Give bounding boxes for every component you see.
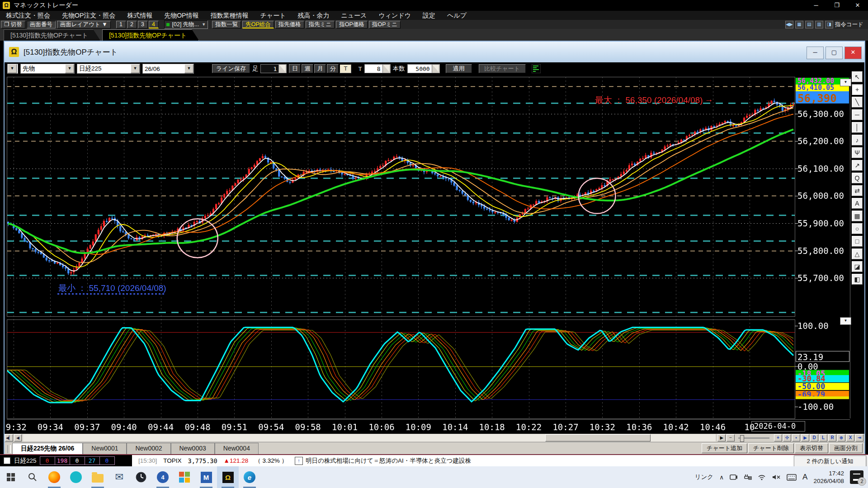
eraser-tool[interactable]: ◪ bbox=[852, 261, 863, 272]
nav-button[interactable]: R bbox=[828, 434, 836, 441]
chart-action-button[interactable]: 画面分割 bbox=[829, 443, 863, 453]
taskbar-icon-mail[interactable]: ✉ bbox=[108, 466, 130, 488]
grid-tool[interactable]: ▦ bbox=[852, 211, 863, 221]
nav-button[interactable]: ▪ bbox=[792, 434, 800, 441]
menu-item[interactable]: ウィンドウ bbox=[373, 11, 417, 20]
period-button[interactable]: 日 bbox=[289, 64, 301, 73]
hline-tool[interactable]: ─ bbox=[852, 109, 863, 120]
chart-action-button[interactable]: チャート追加 bbox=[702, 443, 747, 453]
screen-number-button[interactable]: 3 bbox=[138, 21, 148, 28]
chart-action-button[interactable]: 表示切替 bbox=[795, 443, 828, 453]
screen-number-button[interactable]: 1 bbox=[116, 21, 126, 28]
taskbar-icon-m-app[interactable]: M bbox=[195, 466, 217, 488]
price-axis-scroll-arrow[interactable]: ▼ bbox=[840, 79, 851, 86]
symbol-select[interactable]: 日経225▼ bbox=[77, 64, 140, 74]
scrollbar-thumb[interactable] bbox=[545, 434, 651, 441]
nav-button[interactable]: + bbox=[774, 434, 782, 441]
text-tool[interactable]: A bbox=[852, 198, 863, 209]
chart-close-button[interactable]: ✕ bbox=[844, 47, 862, 59]
quick-screen-button[interactable]: 先OP総合 bbox=[242, 21, 274, 28]
layout-cols-icon[interactable]: ▥ bbox=[815, 21, 823, 28]
period-button[interactable]: 分 bbox=[327, 64, 339, 73]
screen-number-button[interactable]: 2 bbox=[127, 21, 137, 28]
spinner-buttons-icon[interactable] bbox=[278, 65, 286, 73]
taskbar-icon-clock[interactable] bbox=[130, 466, 152, 488]
menu-item[interactable]: 先物OP注文・照会 bbox=[56, 11, 121, 20]
chart-tab[interactable]: New0001 bbox=[83, 443, 127, 454]
crosshair-tool[interactable]: + bbox=[852, 84, 863, 95]
vline-tool[interactable]: │ bbox=[852, 122, 863, 133]
chart-window-titlebar[interactable]: Ω [5130]指数先物OPチャート ─ ▢ ✕ bbox=[5, 42, 864, 62]
eraser-all-tool[interactable]: ◧ bbox=[852, 274, 863, 285]
chart-action-button[interactable]: チャート削除 bbox=[748, 443, 794, 453]
bar-size-spinner[interactable]: 1 bbox=[260, 64, 287, 73]
taskbar-icon-tiles[interactable] bbox=[174, 466, 195, 488]
nav-button[interactable]: ✣ bbox=[783, 434, 791, 441]
screen-number-button[interactable]: 4 bbox=[149, 21, 159, 28]
notification-tooltip[interactable]: 2 件の新しい通知 bbox=[794, 455, 866, 468]
quick-screen-button[interactable]: 指OPミニ bbox=[369, 21, 401, 28]
mini-dropdown[interactable]: ▼ bbox=[7, 64, 18, 74]
tray-clock[interactable]: 17:42 2026/04/08 bbox=[813, 469, 844, 485]
chart-maximize-button[interactable]: ▢ bbox=[826, 47, 843, 59]
chart-tab[interactable]: New0002 bbox=[127, 443, 170, 454]
start-button[interactable] bbox=[0, 466, 22, 488]
price-oscillator-chart[interactable] bbox=[5, 75, 863, 433]
menu-item[interactable]: 株式注文・照会 bbox=[0, 11, 56, 20]
menu-item[interactable]: 残高・余力 bbox=[292, 11, 335, 20]
compare-chart-button[interactable]: 比較チャート bbox=[479, 64, 526, 73]
menu-item[interactable]: 設定 bbox=[417, 11, 441, 20]
taskbar-icon-firefox[interactable] bbox=[43, 466, 65, 488]
oscillator-axis-scroll-arrow[interactable]: ▼ bbox=[840, 317, 851, 325]
maximize-button[interactable]: ❐ bbox=[826, 0, 847, 11]
spinner-buttons-icon[interactable] bbox=[382, 65, 390, 73]
tray-chevron-icon[interactable]: ∧ bbox=[719, 474, 724, 481]
zoom-slider-handle[interactable] bbox=[740, 435, 744, 442]
chart-minimize-button[interactable]: ─ bbox=[807, 47, 824, 59]
quick-screen-button[interactable]: 指数一覧 bbox=[212, 21, 241, 28]
nav-button[interactable]: ▶ bbox=[801, 434, 809, 441]
ellipse-tool[interactable]: ○ bbox=[852, 223, 863, 234]
nav-button[interactable]: − bbox=[726, 434, 735, 441]
taskbar-icon-mt4[interactable]: 4 bbox=[152, 466, 174, 488]
ime-indicator[interactable]: A bbox=[802, 473, 807, 482]
fan-tool[interactable]: Ψ bbox=[852, 147, 863, 158]
news-ticker[interactable]: 明日の株式相場に向けて＝怒涛のAI・半導体と炎立つ建設株 bbox=[306, 457, 471, 465]
chart-style-icon[interactable] bbox=[532, 64, 541, 73]
keyboard-icon[interactable] bbox=[787, 474, 797, 481]
workspace-tab[interactable]: [5130]指数先物OPチャート bbox=[4, 29, 100, 41]
menu-item[interactable]: 株式情報 bbox=[121, 11, 158, 20]
menu-item[interactable]: 先物OP情報 bbox=[158, 11, 204, 20]
scrollbar-track[interactable] bbox=[23, 434, 716, 441]
wifi-icon[interactable] bbox=[758, 474, 766, 480]
nav-button[interactable]: ⇥ bbox=[855, 434, 863, 441]
switch-screen-button[interactable]: ❐ 切替 bbox=[1, 21, 25, 28]
instrument-type-select[interactable]: 先物▼ bbox=[20, 64, 75, 74]
quick-screen-button[interactable]: 指OP価格 bbox=[336, 21, 368, 28]
quote-tool[interactable]: Q bbox=[852, 173, 863, 183]
notification-center-button[interactable]: 2 bbox=[850, 470, 863, 484]
nav-button[interactable]: ▶ bbox=[717, 434, 726, 441]
rectangle-tool[interactable]: □ bbox=[852, 236, 863, 247]
menu-item[interactable]: ニュース bbox=[335, 11, 373, 20]
connect-icon[interactable] bbox=[730, 474, 738, 480]
zoom-slider[interactable] bbox=[738, 437, 769, 439]
search-button[interactable] bbox=[22, 466, 43, 488]
nav-button[interactable]: ⊕ bbox=[837, 434, 845, 441]
quick-screen-button[interactable]: 指先価格 bbox=[275, 21, 304, 28]
trendline-tool[interactable]: ╲ bbox=[852, 97, 863, 108]
workspace-tab[interactable]: [5130]指数先物OPチャート bbox=[102, 29, 199, 41]
bar-count-spinner[interactable]: 5000 bbox=[407, 64, 440, 73]
layout-dropdown[interactable]: 画面レイアウト ▼ bbox=[57, 21, 111, 28]
nav-button[interactable]: X bbox=[846, 434, 854, 441]
tick-count-spinner[interactable]: 8 bbox=[364, 64, 391, 73]
scroll-home-icon[interactable]: ◀▏ bbox=[5, 434, 13, 441]
power-plug-icon[interactable] bbox=[744, 474, 752, 480]
taskbar-icon-monex-trader[interactable]: Ω bbox=[217, 466, 239, 488]
triangle-tool[interactable]: △ bbox=[852, 249, 863, 259]
dock-left-icon[interactable]: ◀▶ bbox=[785, 21, 793, 28]
volume-muted-icon[interactable] bbox=[772, 474, 781, 480]
spinner-buttons-icon[interactable] bbox=[432, 65, 439, 73]
close-button[interactable]: ✕ bbox=[847, 0, 868, 11]
taskbar-icon-edge[interactable]: e bbox=[239, 466, 260, 488]
